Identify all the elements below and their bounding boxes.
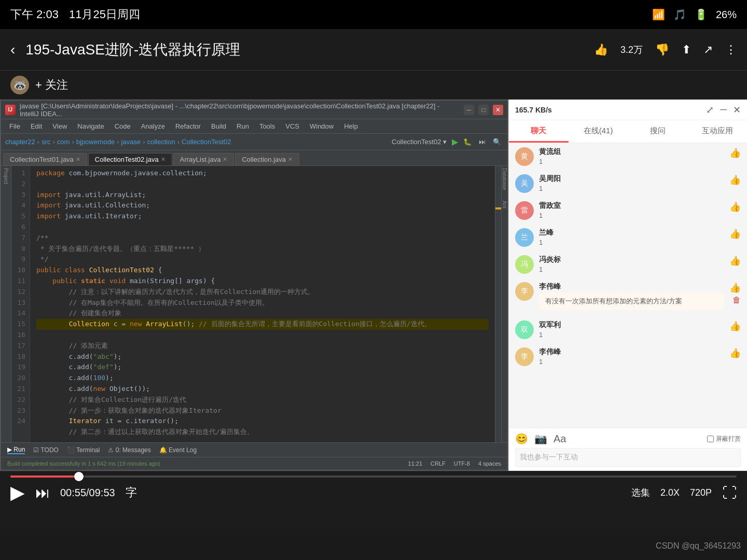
csdn-watermark: CSDN @qq_36451293 [656, 541, 741, 551]
menu-code[interactable]: Code [110, 121, 135, 131]
breadcrumb-chapter22[interactable]: chapter22 [5, 138, 35, 146]
like-button[interactable]: 👍 [729, 228, 741, 240]
bottom-tab-terminal[interactable]: ⬛ Terminal [67, 446, 100, 454]
close-chat-icon[interactable]: ✕ [733, 104, 741, 116]
hide-barrage-check[interactable]: 屏蔽打赏 [707, 435, 741, 443]
chat-tab-online[interactable]: 在线(41) [569, 120, 628, 143]
subtitle-icon[interactable]: 字 [126, 485, 137, 500]
menu-build[interactable]: Build [207, 121, 230, 131]
tab-collectiontest02[interactable]: CollectionTest02.java ✕ [88, 153, 172, 165]
breadcrumb-src[interactable]: src [42, 138, 50, 146]
menu-edit[interactable]: Edit [26, 121, 46, 131]
status-right-items: 11:21 CRLF UTF-8 4 spaces [408, 460, 501, 467]
tab-close-icon[interactable]: ✕ [161, 156, 165, 163]
back-button[interactable]: ‹ [10, 41, 15, 58]
minimize-button[interactable]: ─ [464, 105, 474, 115]
like-icon[interactable]: 👍 [594, 43, 608, 57]
chat-message: 冯 冯炎标 1 👍 [515, 255, 741, 274]
like-count: 3.2万 [620, 44, 643, 56]
like-button[interactable]: 👍 [729, 347, 741, 359]
menu-window[interactable]: Window [306, 121, 338, 131]
menu-analyze[interactable]: Analyze [137, 121, 169, 131]
maximize-button[interactable]: □ [478, 105, 489, 115]
hide-checkbox[interactable] [707, 436, 714, 442]
select-episode-button[interactable]: 选集 [631, 486, 650, 499]
tab-label: ArrayList.java [180, 156, 221, 163]
follow-button[interactable]: + 关注 [35, 77, 68, 93]
menu-tools[interactable]: Tools [255, 121, 279, 131]
tab-label: CollectionTest01.java [10, 156, 74, 163]
chat-message: 雷 雷政室 1 👍 [515, 201, 741, 220]
more-icon[interactable]: ⋮ [725, 43, 737, 57]
tab-collectiontest01[interactable]: CollectionTest01.java ✕ [3, 153, 87, 165]
breadcrumb-bjpowernode[interactable]: bjpowernode [76, 138, 115, 146]
project-label: Project [3, 168, 9, 184]
chat-username: 李伟峰 [539, 282, 724, 291]
breadcrumb-collection[interactable]: collection [147, 138, 175, 146]
chat-message: 李 李伟峰 有没有一次添加所有想添加的元素的方法/方案 👍 🗑 [515, 282, 741, 312]
tab-close-icon[interactable]: ✕ [76, 156, 80, 163]
chat-tab-interactive[interactable]: 互动应用 [687, 120, 747, 143]
chat-username: 李伟峰 [539, 347, 724, 357]
menu-run[interactable]: Run [232, 121, 253, 131]
like-button[interactable]: 👍 [729, 282, 741, 293]
minimize-chat-icon[interactable]: ─ [720, 104, 727, 116]
chat-username: 冯炎标 [539, 255, 724, 264]
tab-close-icon[interactable]: ✕ [288, 156, 293, 163]
dislike-icon[interactable]: 👎 [655, 43, 669, 57]
tab-close-icon[interactable]: ✕ [223, 156, 227, 163]
expand-icon[interactable]: ⤢ [706, 104, 714, 116]
share-up-icon[interactable]: ⬆ [682, 43, 691, 57]
menu-vcs[interactable]: VCS [281, 121, 303, 131]
emoji-button[interactable]: 😊 [515, 432, 528, 445]
menu-file[interactable]: File [5, 121, 24, 131]
delete-button[interactable]: 🗑 [732, 296, 741, 305]
debug-button[interactable]: 🐛 [461, 137, 474, 147]
font-button[interactable]: Aa [554, 433, 566, 445]
chat-header: 165.7 KB/s ⤢ ─ ✕ [509, 100, 747, 120]
next-button[interactable]: ⏭ [35, 484, 50, 501]
chat-tab-chat[interactable]: 聊天 [509, 120, 569, 143]
speed-button[interactable]: 2.0X [660, 487, 680, 498]
tab-collection[interactable]: Collection.java ✕ [235, 153, 299, 165]
avatar: 冯 [515, 255, 534, 274]
progress-bar-area[interactable] [10, 475, 737, 478]
quality-button[interactable]: 720P [690, 487, 712, 498]
code-content[interactable]: package com.bjpowernode.javase.collectio… [30, 166, 495, 442]
breadcrumb-com[interactable]: com [57, 138, 70, 146]
code-area[interactable]: 1 2 3 4 5 6 7 8 9 10 11 12 13 14 15 16 1 [11, 166, 495, 442]
chat-msg-right: 👍 [729, 147, 741, 159]
bottom-tab-run[interactable]: ▶ Run [7, 446, 25, 454]
chat-username: 雷政室 [539, 201, 724, 211]
menu-help[interactable]: Help [340, 121, 362, 131]
bottom-tab-todo[interactable]: ☑ TODO [33, 446, 59, 454]
like-button[interactable]: 👍 [729, 320, 741, 332]
like-button[interactable]: 👍 [729, 147, 741, 159]
like-button[interactable]: 👍 [729, 201, 741, 213]
play-button[interactable]: ▶ [10, 482, 25, 503]
bottom-tab-messages[interactable]: ⚠ 0: Messages [108, 446, 150, 454]
menu-view[interactable]: View [48, 121, 71, 131]
close-button[interactable]: ✕ [493, 105, 503, 115]
step-button[interactable]: ⏭ [477, 137, 488, 147]
chat-input-box[interactable]: 我也参与一下互动 [515, 448, 741, 467]
breadcrumb-javase[interactable]: javase [121, 138, 141, 146]
run-config-selector[interactable]: CollectionTest02 ▾ [390, 137, 449, 147]
run-button[interactable]: ▶ [452, 137, 458, 147]
bottom-tab-eventlog[interactable]: 🔔 Event Log [159, 446, 197, 454]
breadcrumb-file[interactable]: CollectionTest02 [182, 138, 231, 146]
tab-arraylist[interactable]: ArrayList.java ✕ [173, 153, 234, 165]
fullscreen-button[interactable]: ⛶ [722, 484, 737, 501]
controls-right: 选集 2.0X 720P ⛶ [631, 484, 737, 501]
chat-tab-question[interactable]: 搜问 [628, 120, 688, 143]
menu-refactor[interactable]: Refactor [171, 121, 205, 131]
video-header: ‹ 195-JavaSE进阶-迭代器执行原理 👍 3.2万 👎 ⬆ ↗ ⋮ [0, 29, 747, 71]
image-button[interactable]: 📷 [534, 432, 547, 445]
like-button[interactable]: 👍 [729, 174, 741, 186]
chat-count: 1 [539, 212, 724, 219]
chat-msg-right: 👍 [729, 320, 741, 332]
search-button[interactable]: 🔍 [491, 137, 503, 147]
share-icon[interactable]: ↗ [703, 43, 713, 57]
like-button[interactable]: 👍 [729, 255, 741, 267]
menu-navigate[interactable]: Navigate [73, 121, 108, 131]
